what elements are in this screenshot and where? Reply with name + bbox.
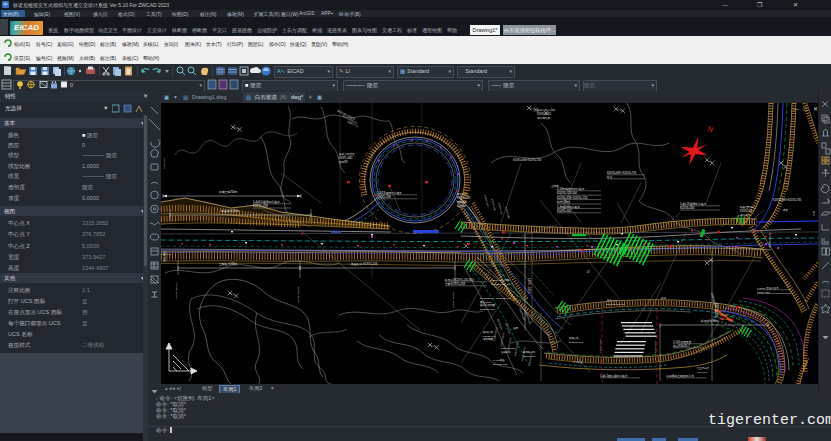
svg-text:1-26m7 管涵中桩号: 1-26m7 管涵中桩号 [757, 286, 779, 290]
svg-text:改移公路路面: 改移公路路面 [480, 303, 496, 307]
svg-text:K2074+026: K2074+026 [757, 291, 770, 294]
svg-text:锥坡防护: 锥坡防护 [457, 200, 468, 204]
svg-text:边沟: 边沟 [661, 297, 666, 300]
svg-text:桥 台: 桥 台 [752, 229, 759, 233]
svg-text:挡土墙起点: 挡土墙起点 [697, 367, 710, 370]
svg-text:K2074+646~K2074+756: K2074+646~K2074+756 [513, 158, 542, 162]
svg-text:路基挡墙起点: 路基挡墙起点 [740, 205, 756, 209]
svg-text:搭板8m: 搭板8m [457, 204, 466, 208]
svg-text:K1975+663.25: K1975+663.25 [175, 282, 178, 299]
svg-text:—: — [793, 106, 799, 112]
svg-text:K1975+493: K1975+493 [253, 204, 268, 208]
svg-text:清水河大桥: 清水河大桥 [537, 116, 550, 120]
svg-text:DK2075+218: DK2075+218 [480, 308, 495, 311]
svg-text:1975+651: 1975+651 [163, 157, 166, 169]
svg-text:K2074+724.504: K2074+724.504 [557, 191, 577, 195]
svg-text:DK2075+196: DK2075+196 [599, 338, 602, 353]
svg-text:改移公路纵坡%: 改移公路纵坡% [768, 233, 772, 250]
svg-text:1-4m涵洞中心桩号: 1-4m涵洞中心桩号 [557, 205, 580, 209]
svg-text:K2075+020(右幅): K2075+020(右幅) [491, 278, 510, 282]
svg-text:K1975+704.88: K1975+704.88 [297, 286, 300, 303]
svg-text:桥台挡墙: 桥台挡墙 [456, 192, 468, 196]
svg-text:下穿 K1975+258: 下穿 K1975+258 [445, 282, 465, 286]
svg-text:K2074+63.5: K2074+63.5 [537, 112, 552, 116]
svg-text:通道(10m): 通道(10m) [480, 300, 492, 304]
svg-text:1-φ1.5圆管涵中心桩号: 1-φ1.5圆管涵中心桩号 [600, 374, 628, 378]
svg-text:DK2075+196~DK2075+241: DK2075+196~DK2075+241 [480, 297, 511, 300]
svg-text:改移: 改移 [812, 211, 815, 216]
svg-text:起点K3x141.7: 起点K3x141.7 [673, 344, 690, 348]
svg-text:K2074+738~K2074+710: K2074+738~K2074+710 [557, 196, 588, 200]
svg-text:跨越里程750m: 跨越里程750m [219, 190, 238, 194]
svg-text:桥长(13m): 桥长(13m) [556, 200, 570, 204]
svg-text:K2075+198: K2075+198 [377, 195, 391, 199]
svg-text:水泥混凝土路面中心号: 水泥混凝土路面中心号 [666, 374, 694, 378]
svg-text:凉亭中桥: 凉亭中桥 [627, 246, 639, 250]
svg-text:DK2075+241: DK2075+241 [654, 340, 657, 355]
svg-text:改移公路交叉: 改移公路交叉 [339, 152, 355, 156]
svg-text:K2074+63: K2074+63 [740, 209, 752, 213]
svg-text:DK2075+196~241: DK2075+196~241 [491, 283, 511, 286]
svg-text:水泥路面: 水泥路面 [573, 360, 583, 364]
svg-text:边沟出口: 边沟出口 [740, 213, 751, 217]
svg-text:1-4x3 箱涵: 1-4x3 箱涵 [493, 358, 505, 362]
svg-text:✕: ✕ [813, 106, 818, 112]
svg-text:DK2075+295: DK2075+295 [569, 341, 584, 344]
svg-text:975+663: 975+663 [161, 253, 171, 256]
svg-text:K2074+695~K2074+735: K2074+695~K2074+735 [773, 198, 802, 202]
svg-text:路基边线180m: 路基边线180m [221, 209, 240, 213]
svg-text:改移公路: 改移公路 [483, 330, 494, 334]
svg-text:□: □ [803, 106, 807, 112]
svg-text:桥长= DK2075+241.850: 桥长= DK2075+241.850 [444, 278, 474, 282]
svg-text:桥台: 桥台 [782, 208, 789, 212]
svg-text:桥台: 桥台 [606, 175, 613, 179]
svg-text:2-13m连续梁中心桩号: 2-13m连续梁中心桩号 [557, 187, 585, 191]
svg-text:涵洞: 涵洞 [513, 327, 519, 330]
svg-text:改移公路: 改移公路 [569, 337, 579, 340]
svg-text:里程桩号940m: 里程桩号940m [219, 262, 238, 266]
svg-text:改移公路中心线: 改移公路中心线 [537, 108, 556, 112]
svg-text:油路顺接: 油路顺接 [482, 337, 494, 341]
svg-text:桥长[10m]: 桥长[10m] [606, 299, 618, 302]
svg-text:桥梁段落35m: 桥梁段落35m [700, 319, 718, 323]
svg-text:K3+141.7: K3+141.7 [697, 371, 708, 374]
svg-text:交角85°: 交角85° [339, 160, 348, 164]
svg-text:K2074+182: K2074+182 [457, 196, 471, 200]
svg-text:上跨桥: 上跨桥 [551, 184, 559, 188]
svg-text:K1975+662: K1975+662 [339, 156, 353, 160]
svg-text:K2074+695~K2074+735: K2074+695~K2074+735 [607, 171, 637, 175]
svg-text:K2074+905: K2074+905 [557, 209, 572, 213]
svg-text:路基段落 K1975+258: 路基段落 K1975+258 [351, 262, 378, 266]
svg-text:1-4(13)涵洞中心桩号: 1-4(13)涵洞中心桩号 [377, 191, 402, 195]
svg-text:K2074+026: K2074+026 [680, 206, 695, 210]
svg-text:K2075+258.05: K2075+258.05 [452, 291, 455, 308]
svg-text:DK2075+241.85: DK2075+241.85 [607, 303, 625, 306]
svg-text:1-7x3 箱形通道: 1-7x3 箱形通道 [673, 340, 692, 344]
svg-text:K2074+182.5: K2074+182.5 [527, 278, 531, 294]
